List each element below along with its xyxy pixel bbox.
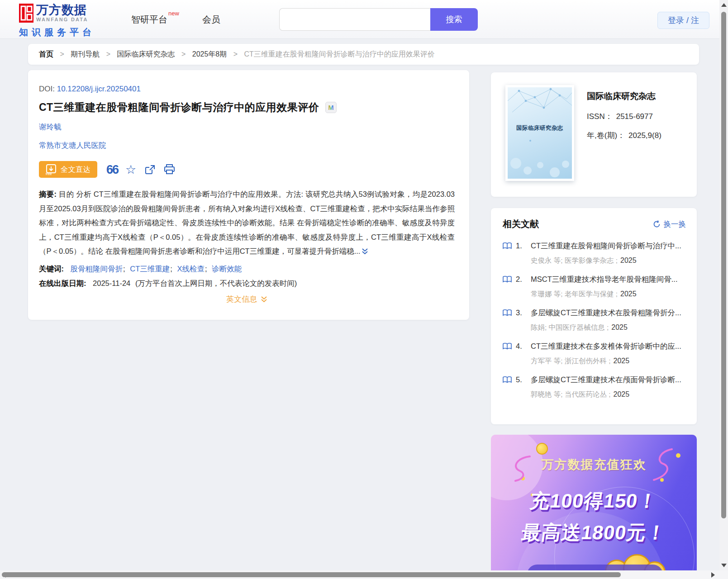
logo-name-en: WANFANG DATA	[36, 17, 88, 22]
breadcrumb-separator: >	[181, 50, 186, 58]
promo-line2: 最高送1800元！	[491, 520, 697, 546]
keyword-separator: ;	[123, 265, 125, 273]
scroll-up-arrow[interactable]	[721, 3, 727, 7]
keyword-separator: ;	[170, 265, 172, 273]
related-item-meta: 常珊娜 等; 老年医学与保健 ;2025	[531, 290, 686, 299]
volume-value: 2025,9(8)	[628, 131, 661, 140]
english-info-toggle[interactable]: 英文信息	[226, 295, 267, 304]
journal-name[interactable]: 国际临床研究杂志	[587, 90, 656, 102]
keyword-separator: ;	[205, 265, 207, 273]
breadcrumb-issue[interactable]: 2025年8期	[192, 50, 227, 58]
fulltext-button[interactable]: free 全文直达	[39, 161, 97, 178]
keywords-label: 关键词:	[39, 265, 64, 273]
volume-label: 年,卷(期)：	[587, 131, 625, 140]
nav-zhiyan-platform[interactable]: 智研平台	[131, 14, 167, 26]
nav-member[interactable]: 会员	[202, 14, 220, 26]
book-icon	[503, 376, 512, 385]
article-actions: free 全文直达 66 ☆	[39, 161, 455, 178]
breadcrumb: 首页 > 期刊导航 > 国际临床研究杂志 > 2025年8期 > CT三维重建在…	[28, 44, 699, 65]
horizontal-scrollbar-thumb[interactable]	[2, 572, 621, 577]
related-item-title[interactable]: MSCT三维重建技术指导老年股骨粗隆间骨...	[531, 275, 686, 285]
promo-button[interactable]	[527, 565, 663, 570]
pubdate-value: 2025-11-24	[93, 279, 130, 287]
related-item-number: 1.	[516, 242, 522, 250]
keyword-link[interactable]: 诊断效能	[212, 265, 242, 273]
related-item-meta: 方军平 等; 浙江创伤外科 ;2025	[531, 356, 686, 366]
scroll-down-arrow[interactable]	[721, 564, 727, 567]
breadcrumb-separator: >	[233, 50, 238, 58]
related-item-number: 4.	[516, 342, 522, 351]
related-item: 4. CT三维重建技术在多发椎体骨折诊断中的应... 方军平 等; 浙江创伤外科…	[503, 342, 686, 367]
logo-name-cn: 万方数据	[36, 4, 88, 16]
journal-cover-title: 国际临床研究杂志	[508, 124, 572, 132]
pubdate-row: 在线出版日期: 2025-11-24 (万方平台首次上网日期，不代表论文的发表时…	[39, 279, 455, 289]
pubdate-label: 在线出版日期:	[39, 279, 86, 287]
wanfang-logo[interactable]: 万方数据 WANFANG DATA 知识服务平台	[19, 4, 95, 38]
recharge-promo-banner[interactable]: 万方数据充值狂欢 充100得150！ 最高送1800元！	[491, 435, 697, 570]
login-register-button[interactable]: 登录 / 注	[657, 12, 709, 29]
related-item: 1. CT三维重建在股骨粗隆间骨折诊断与治疗中... 史俊永 等; 医学影像学杂…	[503, 241, 686, 267]
author-link[interactable]: 谢玲毓	[39, 123, 62, 131]
related-item: 3. 多层螺旋CT三维重建技术在股骨粗隆骨折分... 陈娟; 中国医疗器械信息 …	[503, 308, 686, 334]
related-item-title[interactable]: CT三维重建技术在多发椎体骨折诊断中的应...	[531, 342, 686, 351]
scroll-right-arrow[interactable]	[711, 572, 715, 578]
related-item-title[interactable]: 多层螺旋CT三维重建技术在股骨粗隆骨折分...	[531, 308, 686, 318]
logo-tagline: 知识服务平台	[19, 26, 95, 38]
journal-cover[interactable]: 国际临床研究杂志	[505, 85, 574, 181]
related-item-meta: 史俊永 等; 医学影像学杂志 ;2025	[531, 256, 686, 266]
breadcrumb-home[interactable]: 首页	[39, 50, 53, 58]
article-card: DOI: 10.12208/j.ijcr.20250401 CT三维重建在股骨粗…	[28, 70, 469, 320]
search-button[interactable]: 搜索	[430, 8, 478, 31]
related-literature-card: 相关文献 换一换 1. CT三维重建在股骨粗隆间骨折诊断与治疗中... 史俊永 …	[491, 208, 697, 424]
free-download-icon: free	[46, 164, 57, 176]
promo-title: 万方数据充值狂欢	[491, 456, 697, 473]
related-item: 2. MSCT三维重建技术指导老年股骨粗隆间骨... 常珊娜 等; 老年医学与保…	[503, 275, 686, 300]
abstract-expand-icon[interactable]	[362, 248, 368, 256]
related-item-meta: 郭晓艳 等; 当代医药论丛 ;2025	[531, 390, 686, 399]
related-item-number: 3.	[516, 308, 522, 317]
favorite-star-icon[interactable]: ☆	[125, 164, 136, 175]
breadcrumb-journal-nav[interactable]: 期刊导航	[71, 50, 100, 58]
header: 万方数据 WANFANG DATA 知识服务平台 智研平台 new 会员 搜索 …	[0, 0, 728, 39]
vertical-scrollbar[interactable]	[719, 0, 728, 570]
breadcrumb-journal[interactable]: 国际临床研究杂志	[117, 50, 175, 58]
page: 万方数据 WANFANG DATA 知识服务平台 智研平台 new 会员 搜索 …	[0, 0, 728, 579]
related-item-number: 5.	[516, 375, 522, 384]
related-item-title[interactable]: CT三维重建在股骨粗隆间骨折诊断与治疗中...	[531, 241, 686, 251]
share-icon[interactable]	[145, 164, 155, 175]
quote-icon[interactable]: 66	[106, 165, 118, 174]
print-icon[interactable]	[164, 164, 175, 175]
promo-line1: 充100得150！	[491, 488, 697, 514]
abstract-label: 摘要:	[39, 190, 57, 198]
keywords-row: 关键词: 股骨粗隆间骨折; CT三维重建; X线检查; 诊断效能	[39, 264, 455, 274]
keyword-link[interactable]: 股骨粗隆间骨折	[71, 265, 123, 273]
keyword-link[interactable]: CT三维重建	[130, 265, 170, 273]
english-info-expand-icon	[261, 296, 267, 304]
book-icon	[503, 309, 512, 318]
refresh-related-button[interactable]: 换一换	[653, 219, 686, 229]
new-badge: new	[168, 10, 179, 17]
search-bar: 搜索	[279, 8, 478, 31]
m-badge[interactable]: M	[325, 102, 337, 113]
doi-link[interactable]: 10.12208/j.ijcr.20250401	[57, 85, 141, 93]
institution-link[interactable]: 常熟市支塘人民医院	[39, 141, 106, 149]
wanfang-logo-icon	[19, 4, 33, 24]
breadcrumb-separator: >	[106, 50, 110, 58]
related-item-meta: 陈娟; 中国医疗器械信息 ;2025	[531, 323, 686, 332]
related-item-number: 2.	[516, 275, 522, 284]
doi-label: DOI:	[39, 85, 55, 93]
related-item-title[interactable]: 多层螺旋CT三维重建技术在颅面骨骨折诊断...	[531, 375, 686, 385]
journal-cover-art	[508, 87, 572, 179]
horizontal-scrollbar[interactable]	[0, 570, 728, 579]
keyword-link[interactable]: X线检查	[177, 265, 205, 273]
search-input[interactable]	[279, 8, 430, 31]
journal-volume-row: 年,卷(期)：2025,9(8)	[587, 130, 661, 141]
journal-issn-row: ISSN：2515-6977	[587, 111, 653, 122]
related-title: 相关文献	[503, 218, 539, 230]
abstract: 摘要: 目的 分析 CT三维重建在股骨粗隆间骨折诊断与治疗中的应用效果。方法: …	[39, 187, 455, 260]
vertical-scrollbar-thumb[interactable]	[721, 12, 726, 518]
abstract-text: 目的 分析 CT三维重建在股骨粗隆间骨折诊断与治疗中的应用效果。方法: 该研究总…	[39, 190, 455, 255]
article-title: CT三维重建在股骨粗隆间骨折诊断与治疗中的应用效果评价M	[39, 100, 455, 114]
issn-label: ISSN：	[587, 112, 613, 121]
pubdate-note: (万方平台首次上网日期，不代表论文的发表时间)	[135, 279, 297, 287]
